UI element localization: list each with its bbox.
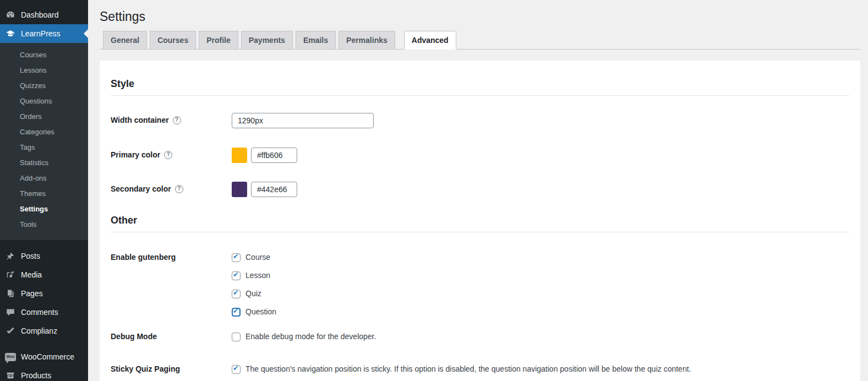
sticky-quiz-paging-option: The question's navigation position is st…	[232, 364, 691, 374]
settings-tab-bar: General Courses Profile Payments Emails …	[100, 31, 860, 50]
style-section-rows: Width container ? Primary color ? Second…	[111, 96, 849, 197]
sidebar-item-label: Pages	[21, 288, 43, 299]
submenu-item-categories[interactable]: Categories	[0, 124, 88, 140]
sidebar-item-learnpress[interactable]: LearnPress	[0, 24, 88, 43]
field-label-text: Secondary color	[111, 184, 171, 193]
learnpress-submenu: Courses Lessons Quizzes Questions Orders…	[0, 43, 88, 240]
enable-gutenberg-row: Enable gutenberg Course Lesson Quiz	[111, 253, 849, 317]
submenu-item-quizzes[interactable]: Quizzes	[0, 78, 88, 94]
checkbox-label: Question	[245, 307, 276, 317]
sidebar-item-label: Complianz	[21, 325, 57, 336]
admin-menu-bottom: Posts Media Pages Comments Complianz	[0, 240, 88, 381]
field-label-text: Debug Mode	[111, 332, 157, 341]
secondary-color-input[interactable]	[251, 182, 297, 197]
sidebar-item-label: Dashboard	[21, 9, 59, 20]
checkbox-label: Course	[245, 253, 270, 262]
field-label-text: Sticky Quiz Paging	[111, 364, 180, 373]
debug-mode-checkbox[interactable]	[232, 333, 241, 341]
primary-color-field	[232, 148, 297, 163]
primary-color-swatch[interactable]	[232, 148, 247, 163]
tab-profile[interactable]: Profile	[199, 31, 238, 49]
debug-mode-option: Enable debug mode for the developer.	[232, 332, 376, 341]
sidebar-item-label: Posts	[21, 251, 40, 262]
width-container-row: Width container ?	[111, 113, 849, 128]
admin-menu-top: Dashboard LearnPress Courses Lessons Qui…	[0, 0, 88, 240]
checkbox-label: Quiz	[245, 289, 261, 298]
submenu-item-statistics[interactable]: Statistics	[0, 155, 88, 171]
field-label-text: Width container	[111, 116, 169, 124]
checkbox-label: Enable debug mode for the developer.	[245, 332, 376, 341]
sticky-quiz-paging-label: Sticky Quiz Paging	[111, 364, 232, 373]
submenu-item-tags[interactable]: Tags	[0, 140, 88, 155]
sidebar-item-label: Media	[21, 269, 42, 280]
sidebar-item-woocommerce[interactable]: Woo WooCommerce	[0, 347, 88, 366]
sidebar-item-label: LearnPress	[21, 28, 61, 39]
secondary-color-swatch[interactable]	[232, 182, 247, 197]
graduation-cap-icon	[5, 28, 16, 39]
sticky-quiz-paging-checkbox[interactable]	[232, 365, 241, 374]
checkmark-icon	[5, 325, 16, 336]
settings-page: Settings General Courses Profile Payment…	[88, 0, 868, 381]
question-checkbox[interactable]	[232, 308, 241, 317]
media-icon	[5, 269, 16, 280]
field-label-text: Primary color	[111, 150, 160, 159]
pushpin-icon	[5, 251, 16, 262]
submenu-item-addons[interactable]: Add-ons	[0, 171, 88, 186]
checkbox-label: Lesson	[245, 271, 270, 280]
primary-color-input[interactable]	[251, 148, 297, 163]
field-label-text: Enable gutenberg	[111, 253, 176, 262]
submenu-item-lessons[interactable]: Lessons	[0, 63, 88, 78]
secondary-color-field	[232, 182, 297, 197]
advanced-settings-panel: Style Width container ? Primary color ?	[100, 61, 860, 381]
submenu-item-themes[interactable]: Themes	[0, 186, 88, 202]
submenu-item-questions[interactable]: Questions	[0, 94, 88, 109]
tab-permalinks[interactable]: Permalinks	[339, 31, 395, 49]
menu-separator	[0, 340, 88, 347]
other-section-heading: Other	[111, 215, 849, 226]
tab-payments[interactable]: Payments	[241, 31, 293, 49]
other-section-rows: Enable gutenberg Course Lesson Quiz	[111, 232, 849, 374]
style-section-heading: Style	[111, 78, 849, 89]
primary-color-label: Primary color ?	[111, 148, 232, 159]
course-checkbox[interactable]	[232, 253, 241, 262]
sidebar-item-media[interactable]: Media	[0, 265, 88, 284]
help-icon[interactable]: ?	[164, 151, 172, 159]
woo-badge-text: Woo	[5, 353, 16, 361]
sidebar-item-posts[interactable]: Posts	[0, 247, 88, 265]
lesson-checkbox[interactable]	[232, 271, 241, 280]
sidebar-item-dashboard[interactable]: Dashboard	[0, 6, 88, 24]
gutenberg-option-lesson: Lesson	[232, 271, 276, 280]
sidebar-item-complianz[interactable]: Complianz	[0, 322, 88, 340]
gutenberg-option-course: Course	[232, 253, 276, 262]
width-container-label: Width container ?	[111, 113, 232, 124]
submenu-item-courses[interactable]: Courses	[0, 47, 88, 63]
dashboard-gauge-icon	[5, 9, 16, 20]
tab-general[interactable]: General	[103, 31, 147, 49]
checkbox-label: The question's navigation position is st…	[245, 364, 691, 374]
width-container-input[interactable]	[232, 113, 374, 128]
enable-gutenberg-label: Enable gutenberg	[111, 253, 232, 262]
quiz-checkbox[interactable]	[232, 290, 241, 298]
sidebar-item-comments[interactable]: Comments	[0, 303, 88, 322]
gutenberg-option-quiz: Quiz	[232, 289, 276, 298]
pages-icon	[5, 288, 16, 299]
submenu-item-orders[interactable]: Orders	[0, 109, 88, 124]
debug-mode-row: Debug Mode Enable debug mode for the dev…	[111, 332, 849, 341]
tab-advanced[interactable]: Advanced	[404, 31, 456, 50]
submenu-item-settings[interactable]: Settings	[0, 202, 88, 217]
comment-bubble-icon	[5, 307, 16, 318]
current-menu-arrow-icon	[79, 29, 88, 38]
primary-color-row: Primary color ?	[111, 148, 849, 163]
sticky-quiz-paging-row: Sticky Quiz Paging The question's naviga…	[111, 364, 849, 374]
enable-gutenberg-options: Course Lesson Quiz Question	[232, 253, 276, 317]
debug-mode-label: Debug Mode	[111, 332, 232, 341]
tab-courses[interactable]: Courses	[150, 31, 196, 49]
submenu-item-tools[interactable]: Tools	[0, 217, 88, 232]
tab-emails[interactable]: Emails	[296, 31, 336, 49]
page-title: Settings	[100, 0, 860, 31]
help-icon[interactable]: ?	[175, 185, 183, 193]
sidebar-item-products[interactable]: Products	[0, 366, 88, 381]
sidebar-item-pages[interactable]: Pages	[0, 284, 88, 303]
sidebar-item-label: Products	[21, 370, 51, 381]
help-icon[interactable]: ?	[173, 116, 181, 124]
